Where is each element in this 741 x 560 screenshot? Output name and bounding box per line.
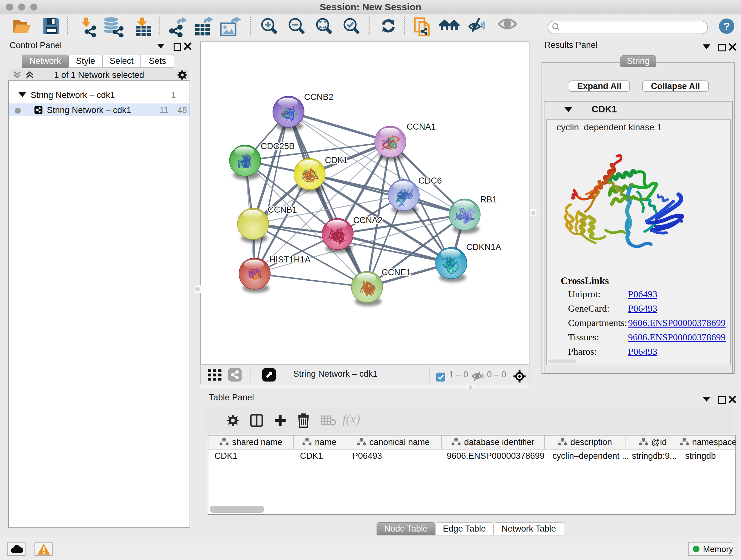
svg-text:CCNE1: CCNE1 xyxy=(382,267,411,277)
svg-text:RB1: RB1 xyxy=(480,195,497,204)
svg-text:CCNA1: CCNA1 xyxy=(407,122,436,132)
svg-text:HIST1H1A: HIST1H1A xyxy=(269,255,311,264)
svg-text:CCNA2: CCNA2 xyxy=(353,215,383,225)
svg-text:CCNB1: CCNB1 xyxy=(268,205,297,214)
svg-text:CDC25B: CDC25B xyxy=(261,141,295,151)
svg-text:CDC6: CDC6 xyxy=(418,176,442,186)
svg-text:CDK1: CDK1 xyxy=(325,155,348,165)
svg-text:CDKN1A: CDKN1A xyxy=(466,242,501,252)
svg-text:?: ? xyxy=(724,20,730,32)
svg-text:CCNB2: CCNB2 xyxy=(304,92,333,102)
